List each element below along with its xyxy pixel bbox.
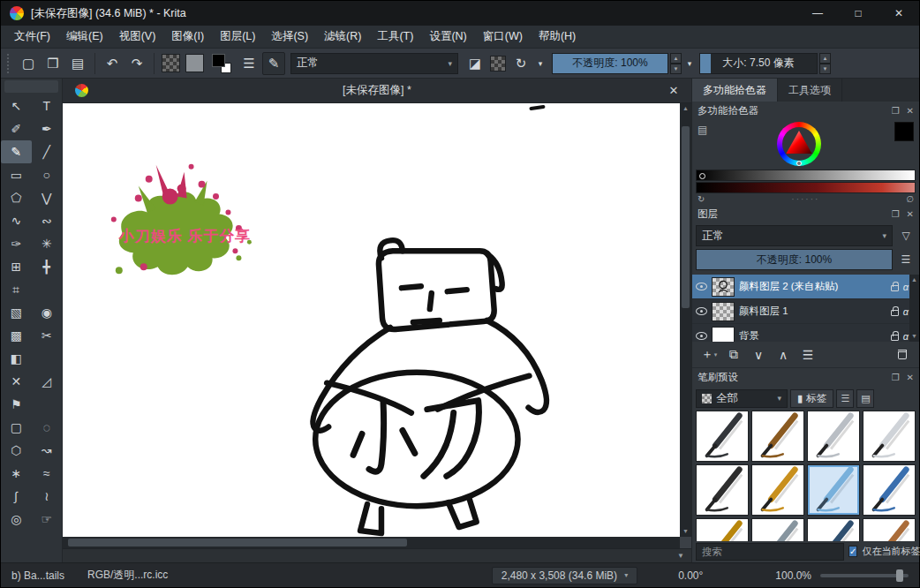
move-tool[interactable]: ╋ <box>32 255 63 278</box>
gradient-tool[interactable]: ▧ <box>1 301 32 324</box>
similar-select-tool[interactable]: ≈ <box>32 462 63 485</box>
brush-preset-thumbnail-2[interactable] <box>807 411 860 462</box>
duplicate-layer-button[interactable]: ⧉ <box>722 344 745 366</box>
resize-grip-dots[interactable]: ······ <box>705 194 906 204</box>
refresh-icon[interactable]: ↻ <box>698 194 705 204</box>
search-input[interactable] <box>696 543 844 561</box>
text-tool[interactable]: T <box>32 94 63 117</box>
zoom-slider[interactable] <box>820 574 909 577</box>
selector-shape-icon[interactable]: ▤ <box>698 124 707 136</box>
brush-preset-thumbnail-4[interactable] <box>696 464 749 516</box>
toolbox-grip[interactable] <box>4 80 58 93</box>
scroll-down-icon[interactable]: ▼ <box>909 331 919 342</box>
current-color-swatch[interactable] <box>894 122 914 141</box>
save-document-icon[interactable]: ▤ <box>66 52 89 75</box>
foreground-background-colors[interactable] <box>211 53 232 74</box>
scroll-down-icon[interactable]: ▼ <box>682 526 689 537</box>
rect-select-tool[interactable]: ▢ <box>1 416 32 439</box>
calligraphy-tool[interactable]: ✒ <box>32 117 63 140</box>
brush-preset-thumbnail-3[interactable] <box>863 411 916 462</box>
scroll-up-icon[interactable]: ▲ <box>682 103 689 114</box>
pattern-swatch[interactable] <box>185 54 204 72</box>
menu-item-2[interactable]: 视图(V) <box>111 26 164 48</box>
freehand-path-tool[interactable]: ∾ <box>32 209 63 232</box>
contiguous-select-tool[interactable]: ∗ <box>1 462 32 485</box>
layer-thumbnail[interactable] <box>712 277 735 297</box>
reload-preset-icon[interactable]: ↻ <box>509 52 532 75</box>
undo-icon[interactable]: ↶ <box>101 52 124 75</box>
close-dock-icon[interactable]: ✕ <box>907 373 914 382</box>
tab-tool-options[interactable]: 工具选项 <box>778 79 842 102</box>
brush-preset-thumbnail-7[interactable] <box>863 464 916 516</box>
tags-button[interactable]: ▮ 标签 <box>790 389 833 408</box>
smart-patch-tool[interactable]: ✂ <box>32 324 63 347</box>
minimize-button[interactable]: — <box>797 1 838 26</box>
float-dock-icon[interactable]: ❐ <box>892 106 900 116</box>
dynamic-brush-tool[interactable]: ✑ <box>1 232 32 255</box>
magnetic-select-tool[interactable]: ≀ <box>32 485 63 508</box>
visibility-eye-icon[interactable] <box>696 307 707 315</box>
menu-item-8[interactable]: 设置(N) <box>421 26 474 48</box>
menu-item-3[interactable]: 图像(I) <box>163 26 212 48</box>
horizontal-scrollbar-thumb[interactable] <box>68 539 407 547</box>
spin-down-icon[interactable]: ▼ <box>819 64 831 74</box>
pan-tool[interactable]: ☞ <box>32 508 63 531</box>
chevron-down-icon[interactable]: ▼ <box>670 552 691 560</box>
transform-tool[interactable]: ⊞ <box>1 255 32 278</box>
pattern-tool[interactable]: ▩ <box>1 324 32 347</box>
gradient-handle[interactable] <box>699 173 705 179</box>
layer-thumbnail[interactable] <box>712 302 735 321</box>
toolbar-grip[interactable] <box>7 54 12 73</box>
measure-tool[interactable]: ◿ <box>32 370 63 393</box>
chevron-down-icon[interactable]: ▾ <box>534 52 547 75</box>
menu-item-6[interactable]: 滤镜(R) <box>316 26 369 48</box>
freehand-brush-tool[interactable]: ✎ <box>1 140 32 163</box>
foreground-color-swatch[interactable] <box>212 54 225 67</box>
opacity-slider[interactable]: 不透明度: 100% <box>552 53 668 74</box>
zoom-slider-handle[interactable] <box>896 569 903 582</box>
layer-lock-icon[interactable] <box>891 335 899 341</box>
spin-down-icon[interactable]: ▼ <box>670 64 682 74</box>
maximize-button[interactable]: □ <box>838 1 879 26</box>
menu-item-1[interactable]: 编辑(E) <box>58 26 111 48</box>
canvas-viewport[interactable]: 小刀娱乐 乐于分享 <box>63 103 691 548</box>
color-wheel-handle[interactable] <box>796 161 802 166</box>
image-size-widget[interactable]: 2,480 x 3,508 (34.6 MiB) ▾ <box>492 567 637 584</box>
move-layer-down-button[interactable]: ∨ <box>747 344 770 366</box>
menu-item-10[interactable]: 帮助(H) <box>531 26 584 48</box>
ellipse-select-tool[interactable]: ◌ <box>32 416 63 439</box>
value-gradient-bar[interactable] <box>696 170 916 181</box>
redo-icon[interactable]: ↷ <box>125 52 148 75</box>
transform-select-tool[interactable]: ↖ <box>1 94 32 117</box>
crop-tool[interactable]: ⌗ <box>1 278 32 301</box>
blend-mode-dropdown[interactable]: 正常 ▾ <box>290 53 458 74</box>
layer-list-scrollbar[interactable]: ▲ ▼ <box>909 275 919 342</box>
zoom-tool[interactable]: ◎ <box>1 508 32 531</box>
layer-properties-button[interactable]: ☰ <box>796 344 819 366</box>
brush-preset-thumbnail-6[interactable] <box>807 464 860 516</box>
layer-row[interactable]: 颜料图层 1 α <box>692 299 919 324</box>
layer-row[interactable]: 颜料图层 2 (来自粘贴) α <box>692 275 919 299</box>
layer-opacity-slider[interactable]: 不透明度: 100% <box>696 249 893 270</box>
tab-advanced-color-selector[interactable]: 多功能拾色器 <box>692 79 778 102</box>
alpha-lock-icon[interactable]: α <box>903 282 909 292</box>
edit-shapes-tool[interactable]: ✐ <box>1 117 32 140</box>
polyline-tool[interactable]: ⋁ <box>32 186 63 209</box>
assistants-tool[interactable]: ✕ <box>1 370 32 393</box>
close-dock-icon[interactable]: ✕ <box>907 106 914 116</box>
eraser-mode-icon[interactable]: ◪ <box>464 52 486 75</box>
layer-thumbnail[interactable] <box>712 327 735 343</box>
brush-tag-filter-dropdown[interactable]: 全部 ▾ <box>696 389 788 408</box>
new-document-icon[interactable]: ▢ <box>17 52 40 75</box>
polygon-select-tool[interactable]: ⬡ <box>1 439 32 462</box>
alpha-lock-icon[interactable]: α <box>903 306 909 317</box>
document-close-icon[interactable]: ✕ <box>665 84 682 97</box>
layer-lock-icon[interactable] <box>891 310 899 316</box>
brush-preset-thumbnail-11[interactable] <box>863 518 916 541</box>
vertical-scrollbar-thumb[interactable] <box>682 126 690 308</box>
brush-preset-thumbnail-9[interactable] <box>751 518 804 541</box>
color-sampler-tool[interactable]: ◉ <box>32 301 63 324</box>
brush-details-button[interactable]: b) Ba...tails <box>11 569 64 582</box>
open-document-icon[interactable]: ❒ <box>41 52 64 75</box>
float-dock-icon[interactable]: ❐ <box>892 373 900 382</box>
